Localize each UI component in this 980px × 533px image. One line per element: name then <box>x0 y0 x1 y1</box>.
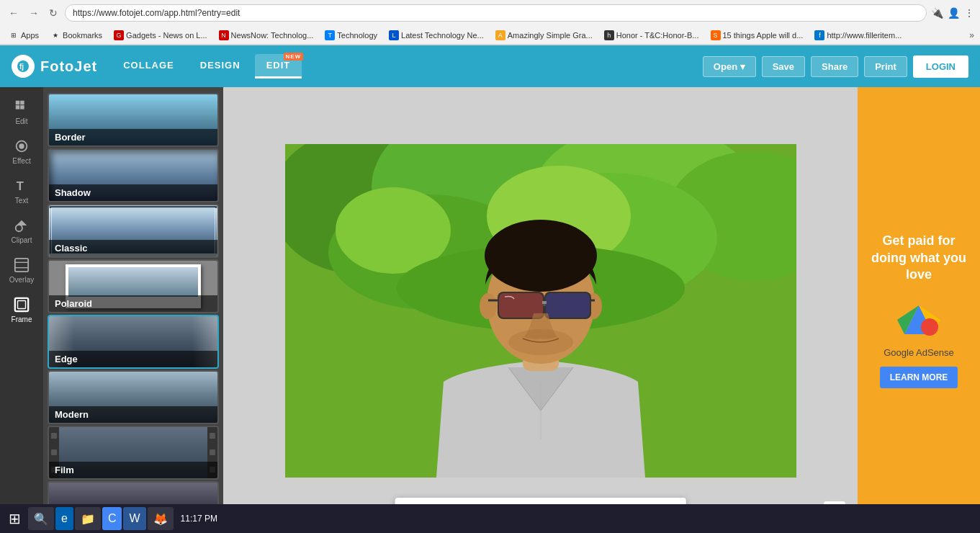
taskbar-firefox[interactable]: 🦊 <box>148 507 174 530</box>
frame-shadow[interactable]: Shadow <box>48 148 219 202</box>
sidebar-item-overlay[interactable]: Overlay <box>0 251 43 290</box>
svg-point-44 <box>921 318 938 336</box>
extensions-button[interactable]: 🔌 <box>931 7 943 19</box>
bookmark-gadgets[interactable]: G Gadgets - News on L... <box>111 29 210 42</box>
sidebar-item-frame[interactable]: Frame <box>0 291 43 329</box>
frame-panel: Border Shadow Classic <box>43 87 223 533</box>
bookmark-newsnow[interactable]: N NewsNow: Technolog... <box>216 29 317 42</box>
ad-text: Get paid for doing what you love <box>869 233 968 283</box>
polaroid-label: Polaroid <box>49 295 217 312</box>
new-badge: NEW <box>284 53 304 61</box>
back-button[interactable]: ← <box>6 6 22 20</box>
browser-toolbar: ← → ↻ https://www.fotojet.com/app.html?e… <box>0 0 980 26</box>
bookmarks-bar: ⊞ Apps ★ Bookmarks G Gadgets - News on L… <box>0 26 980 45</box>
modern-label: Modern <box>49 406 217 423</box>
taskbar-chrome[interactable]: C <box>102 507 122 530</box>
header-actions: Open ▾ Save Share Print LOGIN <box>703 55 968 78</box>
sidebar-text-label: Text <box>15 197 28 205</box>
svg-rect-36 <box>542 301 547 304</box>
bookmark-amazingly[interactable]: A Amazingly Simple Gra... <box>493 29 595 42</box>
frame-film[interactable]: Film <box>48 426 219 480</box>
tab-edit[interactable]: EDIT NEW <box>255 54 302 79</box>
sidebar-item-text[interactable]: T Text <box>0 172 43 210</box>
newsnow-icon: N <box>219 30 229 40</box>
adsense-brand: Google AdSense <box>884 347 954 358</box>
bookmark-filler-label: http://www.filleritem... <box>827 31 902 40</box>
gadgets-icon: G <box>114 30 124 40</box>
sidebar-item-clipart[interactable]: Clipart <box>0 212 43 250</box>
honor-icon: h <box>604 30 614 40</box>
text-icon: T <box>14 178 30 194</box>
forward-button[interactable]: → <box>26 6 42 20</box>
save-button[interactable]: Save <box>762 56 805 77</box>
more-menu-button[interactable]: ⋮ <box>964 7 974 19</box>
edge-label: Edge <box>49 351 217 367</box>
taskbar-explorer[interactable]: 📁 <box>75 507 101 530</box>
bookmark-honor[interactable]: h Honor - T&C:Honor-B... <box>601 29 702 42</box>
refresh-button[interactable]: ↻ <box>46 6 60 20</box>
bookmark-latest-label: Latest Technology Ne... <box>401 31 484 40</box>
bookmark-bookmarks-label: Bookmarks <box>63 31 102 40</box>
shadow-label: Shadow <box>49 184 217 201</box>
bookmarks-more-button[interactable]: » <box>969 30 974 40</box>
taskbar-cortana[interactable]: 🔍 <box>28 507 54 530</box>
taskbar-edge[interactable]: e <box>55 507 73 530</box>
taskbar: ⊞ 🔍 e 📁 C W 🦊 11:17 PM <box>0 504 980 533</box>
tab-design[interactable]: DESIGN <box>189 54 252 79</box>
svg-rect-35 <box>546 293 590 318</box>
address-bar[interactable]: https://www.fotojet.com/app.html?entry=e… <box>65 4 927 22</box>
share-button[interactable]: Share <box>811 56 858 77</box>
ad-sidebar: Get paid for doing what you love Google … <box>858 87 980 533</box>
sidebar-overlay-label: Overlay <box>9 276 34 284</box>
svg-text:fj: fj <box>19 63 24 71</box>
latest-icon: L <box>389 30 399 40</box>
login-button[interactable]: LOGIN <box>913 55 968 78</box>
bookmark-bookmarks[interactable]: ★ Bookmarks <box>48 29 105 42</box>
svg-point-7 <box>19 143 24 148</box>
frame-modern[interactable]: Modern <box>48 370 219 424</box>
bookmark-latest[interactable]: L Latest Technology Ne... <box>386 29 487 42</box>
clipart-icon <box>14 218 30 233</box>
frame-border[interactable]: Border <box>48 93 219 147</box>
apps-icon: ⊞ <box>9 30 19 40</box>
bookmark-amazingly-label: Amazingly Simple Gra... <box>508 31 593 40</box>
learn-more-button[interactable]: LEARN MORE <box>880 367 958 388</box>
open-button[interactable]: Open ▾ <box>703 56 756 77</box>
bookmark-filler[interactable]: f http://www.filleritem... <box>812 29 904 42</box>
main-content: Edit Effect T Text Clipart Overlay Frame <box>0 87 980 533</box>
svg-rect-11 <box>15 259 28 272</box>
bookmark-technology[interactable]: T Technology <box>322 29 380 42</box>
print-button[interactable]: Print <box>864 56 907 77</box>
classic-label: Classic <box>49 240 217 256</box>
frame-edge[interactable]: Edge <box>48 315 219 369</box>
svg-text:T: T <box>17 179 24 192</box>
bookmark-15things[interactable]: S 15 things Apple will d... <box>708 29 806 42</box>
sidebar-item-effect[interactable]: Effect <box>0 133 43 171</box>
sidebar-item-edit[interactable]: Edit <box>0 93 43 131</box>
effect-icon <box>14 138 30 154</box>
bookmarks-icon: ★ <box>50 30 60 40</box>
border-label: Border <box>49 129 217 145</box>
svg-point-29 <box>480 293 497 319</box>
filler-icon: f <box>814 30 824 40</box>
canvas-photo <box>285 144 796 478</box>
tab-collage[interactable]: COLLAGE <box>112 54 186 79</box>
things-icon: S <box>711 30 721 40</box>
svg-rect-5 <box>20 105 24 109</box>
start-button[interactable]: ⊞ <box>3 507 27 530</box>
frame-icon <box>14 297 30 313</box>
overlay-icon <box>14 257 30 273</box>
frame-polaroid[interactable]: Polaroid <box>48 259 219 313</box>
tab-collage-label: COLLAGE <box>123 60 174 71</box>
bookmark-apps[interactable]: ⊞ Apps <box>6 29 42 42</box>
bookmark-15things-label: 15 things Apple will d... <box>723 31 804 40</box>
bookmark-gadgets-label: Gadgets - News on L... <box>126 31 207 40</box>
frame-classic[interactable]: Classic <box>48 204 219 258</box>
bookmark-honor-label: Honor - T&C:Honor-B... <box>616 31 699 40</box>
profile-button[interactable]: 👤 <box>948 7 960 19</box>
svg-point-9 <box>16 225 22 231</box>
canvas-image <box>285 144 796 478</box>
taskbar-word[interactable]: W <box>123 507 145 530</box>
amazingly-icon: A <box>495 30 505 40</box>
sidebar-effect-label: Effect <box>12 157 30 165</box>
